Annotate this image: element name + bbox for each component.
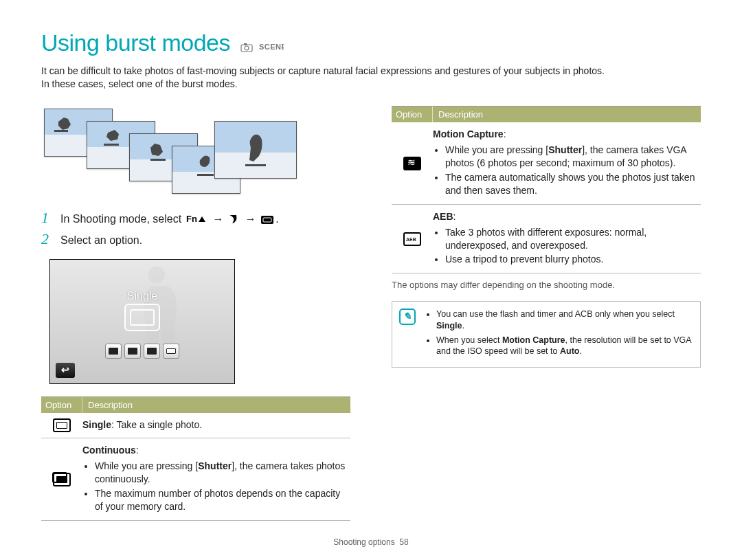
bullet-list: Take 3 photos with different exposures: … (433, 226, 698, 267)
page-footer: Shooting options 58 (0, 537, 742, 548)
table-row: Continuous: While you are pressing [Shut… (41, 438, 350, 520)
left-option-table: Option Description Single: Take a single… (41, 396, 350, 521)
table-row: Motion Capture: While you are pressing [… (392, 122, 701, 204)
table-header: Option Description (392, 107, 701, 123)
info-icon: ✎ (399, 309, 416, 325)
burst-sequence-illustration (41, 109, 350, 198)
step-list: 1 In Shooting mode, select Fn → → . 2 Se… (41, 210, 350, 248)
left-column: 1 In Shooting mode, select Fn → → . 2 Se… (41, 106, 350, 521)
bullet-list: While you are pressing [Shutter], the ca… (82, 460, 348, 513)
aeb-icon (403, 232, 421, 246)
single-icon (53, 418, 71, 432)
step-2: 2 Select an option. (41, 232, 350, 248)
title-mode-icons: SCENE (240, 29, 284, 60)
arrow-icon (228, 214, 238, 225)
svg-rect-2 (244, 43, 247, 45)
page-title: Using burst modes SCENE (41, 27, 701, 60)
svg-text:Fn: Fn (186, 214, 197, 224)
svg-point-1 (245, 46, 249, 50)
table-row: AEB: Take 3 photos with different exposu… (392, 205, 701, 274)
intro-text: It can be difficult to take photos of fa… (41, 65, 701, 91)
camera-preview-screen: Single ↩ (49, 259, 235, 384)
bullet-list: You can use the flash and timer and ACB … (425, 309, 692, 358)
fn-up-icon: Fn (186, 214, 205, 225)
svg-text:SCENE: SCENE (259, 43, 284, 51)
preview-selected-icon (124, 304, 160, 331)
svg-rect-11 (263, 218, 271, 222)
svg-rect-8 (245, 164, 266, 166)
step-1: 1 In Shooting mode, select Fn → → . (41, 210, 350, 227)
continuous-icon (53, 473, 71, 486)
svg-rect-6 (150, 159, 166, 161)
table-row: Single: Take a single photo. (41, 413, 350, 438)
preview-mode-row (105, 344, 179, 359)
info-box: ✎ You can use the flash and timer and AC… (392, 301, 701, 368)
svg-rect-4 (54, 130, 68, 132)
motion-capture-icon (403, 157, 421, 170)
preview-mode-label: Single (127, 289, 157, 304)
right-column: Option Description Motion Capture: While… (392, 106, 701, 521)
title-text: Using burst modes (41, 30, 230, 56)
table-header: Option Description (41, 397, 350, 414)
bullet-list: While you are pressing [Shutter], the ca… (433, 144, 698, 197)
back-button-icon: ↩ (56, 363, 75, 378)
svg-rect-5 (104, 144, 119, 146)
svg-rect-7 (197, 174, 214, 176)
frame-icon (260, 215, 274, 225)
options-note: The options may differ depending on the … (392, 279, 701, 291)
right-option-table: Option Description Motion Capture: While… (392, 106, 701, 274)
